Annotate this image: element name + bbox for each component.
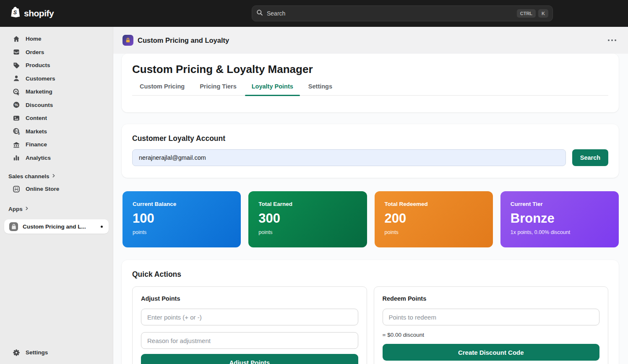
stat-sub: points (258, 229, 357, 235)
tab-settings[interactable]: Settings (308, 83, 332, 95)
finance-icon (13, 141, 20, 148)
account-search-button[interactable]: Search (572, 149, 608, 166)
orders-icon (13, 48, 20, 56)
sidebar-item-home[interactable]: Home (0, 32, 113, 46)
products-icon (13, 62, 20, 69)
create-discount-code-button[interactable]: Create Discount Code (383, 344, 600, 361)
app-lock-icon (122, 35, 133, 46)
shortcut-k-key: K (538, 9, 548, 18)
adjust-points-input[interactable] (141, 309, 358, 325)
svg-text:$: $ (18, 131, 20, 135)
adjust-points-panel: Adjust Points Adjust Points (132, 286, 367, 364)
page-title: Custom Pricing and Loyalty (138, 36, 229, 44)
tab-loyalty-points[interactable]: Loyalty Points (252, 83, 293, 95)
stat-value: 100 (133, 211, 231, 226)
app-bag-icon (9, 222, 18, 231)
search-placeholder: Search (267, 10, 514, 17)
stat-label: Total Earned (258, 201, 357, 207)
stat-label: Total Redeemed (385, 201, 483, 207)
sidebar-item-custom-pricing-app[interactable]: Custom Pricing and L... (4, 219, 109, 234)
sidebar-item-marketing[interactable]: Marketing (0, 85, 113, 99)
discount-conversion-note: = $0.00 discount (383, 332, 600, 338)
stats-row: Current Balance 100 points Total Earned … (122, 191, 619, 247)
ellipsis-icon[interactable] (605, 37, 619, 44)
stat-sub: points (385, 229, 483, 235)
sidebar-item-label: Settings (26, 349, 48, 356)
stat-label: Current Balance (133, 201, 231, 207)
sidebar-item-discounts[interactable]: % Discounts (0, 99, 113, 112)
topbar: S shopify Search CTRL K (0, 0, 628, 27)
svg-text:S: S (13, 10, 17, 16)
sidebar-item-label: Customers (26, 75, 55, 82)
content-icon (13, 114, 20, 122)
sidebar-section-sales-channels[interactable]: Sales channels (0, 171, 113, 181)
sidebar-item-label: Content (26, 115, 47, 121)
sidebar-item-orders[interactable]: Orders (0, 46, 113, 59)
global-search[interactable]: Search CTRL K (252, 5, 553, 21)
marketing-icon (13, 88, 20, 96)
analytics-icon (13, 154, 20, 161)
notification-dot (101, 226, 103, 228)
svg-text:%: % (15, 103, 18, 107)
markets-icon: $ (13, 127, 20, 135)
sidebar-item-label: Markets (26, 128, 47, 135)
sidebar-item-products[interactable]: Products (0, 59, 113, 72)
shopify-bag-icon: S (10, 6, 21, 20)
quick-actions-card: Quick Actions Adjust Points Adjust Point… (122, 260, 619, 364)
redeem-points-input[interactable] (383, 309, 600, 325)
stat-label: Current Tier (511, 201, 609, 207)
sidebar-item-finance[interactable]: Finance (0, 138, 113, 151)
sidebar-item-label: Orders (26, 49, 44, 55)
home-icon (13, 35, 20, 43)
sidebar-item-online-store[interactable]: Online Store (0, 182, 113, 196)
redeem-points-title: Redeem Points (383, 295, 600, 302)
sidebar-item-markets[interactable]: $ Markets (0, 125, 113, 138)
stat-sub: 1x points, 0.00% discount (511, 229, 609, 235)
gear-icon (13, 349, 20, 356)
stat-sub: points (133, 229, 231, 235)
redeem-points-panel: Redeem Points = $0.00 discount Create Di… (374, 286, 609, 364)
sidebar: Home Orders Products Customers Marketing (0, 27, 113, 364)
discounts-icon: % (13, 101, 20, 109)
shopify-wordmark: shopify (24, 8, 54, 18)
manager-card: Custom Pricing & Loyalty Manager Custom … (122, 54, 619, 112)
page-header: Custom Pricing and Loyalty (113, 27, 628, 54)
adjust-points-button[interactable]: Adjust Points (141, 354, 358, 364)
sidebar-item-label: Discounts (26, 102, 53, 108)
sidebar-item-label: Products (26, 62, 50, 68)
chevron-right-icon (51, 173, 56, 179)
sidebar-item-content[interactable]: Content (0, 112, 113, 125)
app-content: Custom Pricing & Loyalty Manager Custom … (113, 54, 628, 364)
sidebar-item-analytics[interactable]: Analytics (0, 151, 113, 165)
sidebar-item-label: Marketing (26, 88, 52, 95)
sidebar-item-label: Analytics (26, 155, 51, 161)
sidebar-main-nav: Home Orders Products Customers Marketing (0, 32, 113, 164)
stat-value: Bronze (511, 211, 609, 226)
adjust-points-title: Adjust Points (141, 295, 358, 302)
stat-card-total-redeemed: Total Redeemed 200 points (375, 191, 493, 247)
sidebar-item-customers[interactable]: Customers (0, 72, 113, 86)
sidebar-section-apps[interactable]: Apps (0, 204, 113, 214)
stat-value: 300 (258, 211, 357, 226)
shortcut-ctrl-key: CTRL (517, 9, 536, 18)
adjust-reason-input[interactable] (141, 332, 358, 349)
loyalty-account-title: Customer Loyalty Account (122, 124, 619, 143)
search-icon (256, 9, 263, 18)
manager-title: Custom Pricing & Loyalty Manager (122, 54, 619, 76)
quick-actions-title: Quick Actions (122, 260, 619, 279)
sidebar-item-label: Home (26, 36, 42, 42)
stat-card-current-tier: Current Tier Bronze 1x points, 0.00% dis… (500, 191, 619, 247)
sidebar-item-label: Online Store (26, 186, 59, 192)
shopify-logo[interactable]: S shopify (10, 6, 54, 20)
chevron-right-icon (24, 206, 29, 212)
sidebar-item-settings[interactable]: Settings (0, 346, 113, 359)
loyalty-account-card: Customer Loyalty Account Search (122, 124, 619, 178)
customer-email-input[interactable] (132, 149, 566, 166)
tab-custom-pricing[interactable]: Custom Pricing (140, 83, 185, 95)
tab-pricing-tiers[interactable]: Pricing Tiers (200, 83, 237, 95)
stat-card-total-earned: Total Earned 300 points (248, 191, 367, 247)
customers-icon (13, 75, 20, 82)
sidebar-item-label: Custom Pricing and L... (23, 224, 96, 230)
sidebar-item-label: Finance (26, 141, 47, 148)
stat-value: 200 (385, 211, 483, 226)
